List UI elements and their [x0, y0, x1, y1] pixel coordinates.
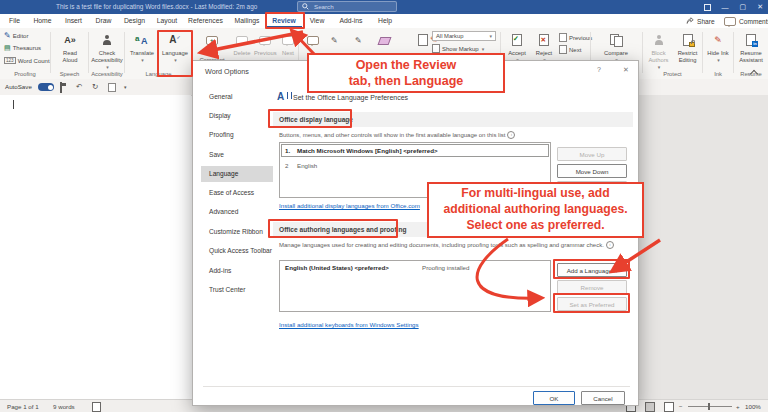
- sidebar-item-proofing[interactable]: Proofing: [201, 127, 273, 143]
- undo-button[interactable]: ↶: [76, 82, 82, 91]
- dialog-close-icon[interactable]: ✕: [623, 66, 629, 74]
- tab-design[interactable]: Design: [118, 14, 151, 28]
- share-button[interactable]: Share: [686, 14, 715, 28]
- ribbon-group-language: Translate Language Language: [125, 28, 192, 79]
- display-language-row-1[interactable]: 1. Match Microsoft Windows [English] <pr…: [281, 144, 549, 157]
- redo-button[interactable]: ↻: [92, 82, 98, 91]
- ribbon-group-speech: Read Aloud Speech: [51, 28, 88, 79]
- accept-button[interactable]: Accept: [504, 30, 530, 63]
- tab-draw[interactable]: Draw: [89, 14, 118, 28]
- cancel-button[interactable]: Cancel: [581, 391, 625, 405]
- qat-customize-icon[interactable]: ▾: [124, 84, 127, 90]
- close-icon[interactable]: ✕: [757, 3, 763, 11]
- tab-insert[interactable]: Insert: [58, 14, 89, 28]
- zoom-level[interactable]: 100%: [745, 403, 761, 410]
- comment-icon: [724, 17, 736, 26]
- document-title: This is a test file for duplicating Word…: [56, 3, 257, 10]
- print-layout-icon[interactable]: [645, 402, 655, 412]
- thesaurus-button[interactable]: Thesaurus: [4, 44, 41, 52]
- pen-button[interactable]: [355, 36, 362, 45]
- sidebar-item-customize-ribbon[interactable]: Customize Ribbon: [201, 224, 273, 240]
- restore-icon[interactable]: ▢: [740, 3, 747, 11]
- resume-assistant-button[interactable]: in Resume Assistant: [736, 30, 766, 64]
- hide-ink-button[interactable]: Hide Ink: [705, 30, 731, 63]
- sidebar-item-general[interactable]: General: [201, 89, 273, 105]
- hide-ink-icon: [714, 35, 722, 46]
- next-change-icon: [559, 45, 567, 54]
- sidebar-item-quick-access-toolbar[interactable]: Quick Access Toolbar: [201, 243, 273, 259]
- sidebar-item-display[interactable]: Display: [201, 108, 273, 124]
- move-down-button[interactable]: Move Down: [557, 164, 627, 178]
- sidebar-item-language[interactable]: Language: [201, 166, 273, 182]
- zoom-slider-thumb[interactable]: [708, 403, 710, 410]
- markup-dropdown[interactable]: All Markup: [432, 31, 496, 41]
- previous-change-button[interactable]: Previous: [559, 33, 592, 42]
- sidebar-item-add-ins[interactable]: Add-ins: [201, 263, 273, 279]
- new-comment-button[interactable]: New Comment: [195, 30, 229, 64]
- sidebar-item-save[interactable]: Save: [201, 147, 273, 163]
- sidebar-item-advanced[interactable]: Advanced: [201, 204, 273, 220]
- tab-references[interactable]: References: [183, 14, 228, 28]
- comments-button[interactable]: Comments: [724, 14, 768, 28]
- next-change-button[interactable]: Next: [559, 45, 581, 54]
- tab-addins[interactable]: Add-ins: [332, 14, 370, 28]
- tab-file[interactable]: File: [2, 14, 27, 28]
- tab-layout[interactable]: Layout: [151, 14, 183, 28]
- search-box[interactable]: [297, 1, 397, 12]
- compare-button[interactable]: Compare: [599, 30, 633, 63]
- sidebar-item-trust-center[interactable]: Trust Center: [201, 282, 273, 298]
- delete-comment-button[interactable]: Delete: [231, 30, 253, 57]
- ink-comment-button[interactable]: [331, 36, 338, 45]
- save-button[interactable]: [60, 83, 62, 92]
- tab-review[interactable]: Review: [266, 14, 302, 28]
- language-button[interactable]: Language: [159, 30, 191, 63]
- display-language-row-2[interactable]: 2 English: [282, 159, 548, 171]
- tab-mailings[interactable]: Mailings: [228, 14, 266, 28]
- remove-language-button[interactable]: Remove: [557, 280, 627, 294]
- zoom-in-icon[interactable]: +: [736, 403, 740, 410]
- move-up-button[interactable]: Move Up: [557, 147, 627, 161]
- compare-icon: [610, 34, 623, 46]
- zoom-out-icon[interactable]: −: [679, 403, 683, 410]
- editor-button[interactable]: Editor: [4, 31, 28, 40]
- minimize-icon[interactable]: —: [722, 4, 729, 11]
- tab-home[interactable]: Home: [27, 14, 58, 28]
- proofing-status-icon[interactable]: [92, 402, 101, 412]
- check-accessibility-button[interactable]: Check Accessibility: [90, 30, 124, 70]
- word-count-button[interactable]: 123Word Count: [4, 57, 50, 64]
- lock-icon: [689, 42, 695, 47]
- open-button[interactable]: [108, 83, 116, 94]
- word-count-indicator[interactable]: 9 words: [53, 403, 75, 410]
- page-indicator[interactable]: Page 1 of 1: [7, 403, 39, 410]
- previous-comment-button[interactable]: Previous: [254, 30, 276, 57]
- ribbon-display-icon[interactable]: [704, 4, 711, 11]
- info-icon: [507, 131, 515, 139]
- tab-view[interactable]: View: [302, 14, 332, 28]
- translate-button[interactable]: Translate: [126, 30, 158, 63]
- block-authors-button[interactable]: Block Authors: [645, 30, 672, 70]
- tab-help[interactable]: Help: [370, 14, 400, 28]
- track-comment-pen-button[interactable]: [307, 36, 319, 45]
- next-comment-icon: [282, 36, 294, 45]
- install-keyboards-link[interactable]: Install additional keyboards from Window…: [279, 321, 419, 328]
- eraser-button[interactable]: [379, 37, 390, 45]
- sidebar-item-ease-of-access[interactable]: Ease of Access: [201, 185, 273, 201]
- restrict-editing-button[interactable]: Restrict Editing: [674, 30, 701, 64]
- help-icon[interactable]: ?: [597, 66, 601, 73]
- language-group-label: Language: [125, 71, 192, 77]
- set-preferred-authoring-button[interactable]: Set as Preferred: [557, 297, 627, 311]
- ribbon-group-ink: Hide Ink Ink: [703, 28, 733, 79]
- web-layout-icon[interactable]: [664, 402, 674, 412]
- show-markup-button[interactable]: Show Markup: [432, 44, 484, 53]
- install-display-languages-link[interactable]: Install additional display languages fro…: [279, 202, 420, 209]
- document-page[interactable]: [0, 95, 191, 399]
- reject-button[interactable]: Reject: [531, 30, 557, 63]
- add-language-button[interactable]: Add a Language...: [557, 263, 627, 277]
- read-aloud-button[interactable]: Read Aloud: [57, 30, 83, 64]
- ink-group-label: Ink: [703, 71, 733, 77]
- search-input[interactable]: [312, 2, 394, 11]
- next-comment-button[interactable]: Next: [277, 30, 299, 57]
- authoring-language-row[interactable]: English (United States) <preferred> Proo…: [285, 264, 469, 271]
- autosave-toggle[interactable]: [38, 83, 54, 91]
- ok-button[interactable]: OK: [533, 391, 575, 405]
